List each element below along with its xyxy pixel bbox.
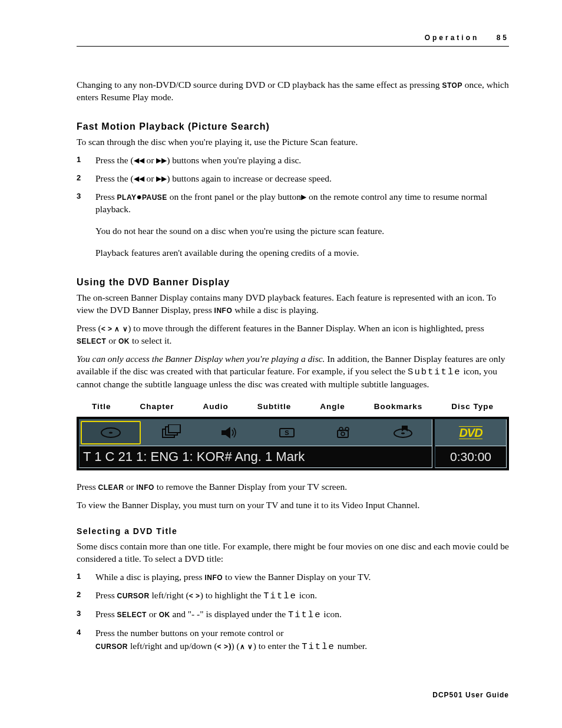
svg-text:S: S (285, 429, 289, 436)
banner-display: S T 1 C 21 1: ENG 1: KOR# Ang. 1 Mark DV… (77, 417, 509, 470)
step-num: 2 (77, 589, 95, 602)
intro-para: Changing to any non-DVD/CD source during… (77, 79, 509, 104)
selecting-step-3: Press SELECT or OK and "- -" is displaye… (95, 608, 509, 621)
banner-time: 0:30:00 (435, 446, 506, 467)
svg-point-12 (341, 432, 345, 436)
footer-guide: DCP501 User Guide (432, 690, 509, 700)
banner-after-2: To view the Banner Display, you must tur… (77, 499, 509, 512)
selecting-step-2: Press CURSOR left/right (< >) to highlig… (95, 589, 509, 602)
step-num: 3 (77, 191, 95, 259)
svg-point-14 (401, 433, 405, 434)
fast-lead: To scan through the disc when you're pla… (77, 136, 509, 149)
svg-rect-4 (168, 424, 180, 433)
fast-step-2: Press the (◀◀ or ▶▶) buttons again to in… (95, 173, 509, 185)
svg-marker-6 (226, 427, 230, 439)
fast-heading: Fast Motion Playback (Picture Search) (77, 120, 509, 133)
audio-icon (200, 422, 258, 443)
chapter-icon (142, 422, 200, 443)
banner-column-labels: Title Chapter Audio Subtitle Angle Bookm… (92, 401, 494, 412)
header-rule (77, 46, 509, 47)
page-header: Operation 85 (425, 33, 509, 42)
step-num: 1 (77, 154, 95, 167)
banner-p3: You can only access the Banner Display w… (77, 353, 509, 391)
disc-type-icon: DVD (435, 420, 506, 446)
svg-rect-9 (338, 430, 348, 437)
step-num: 4 (77, 627, 95, 654)
svg-point-1 (109, 432, 113, 434)
title-icon (81, 421, 141, 444)
selecting-step-4: Press the number buttons on your remote … (95, 627, 509, 654)
bookmarks-icon (374, 422, 432, 443)
selecting-lead: Some discs contain more than one title. … (77, 541, 509, 565)
fast-step-3: Press PLAY●PAUSE on the front panel or t… (95, 191, 509, 259)
banner-heading: Using the DVD Banner Display (77, 276, 509, 289)
banner-p1: The on-screen Banner Display contains ma… (77, 292, 509, 317)
step-num: 2 (77, 173, 95, 185)
angle-icon (316, 422, 373, 443)
subtitle-icon: S (258, 422, 316, 443)
selecting-heading: Selecting a DVD Title (77, 526, 509, 537)
banner-text-row: T 1 C 21 1: ENG 1: KOR# Ang. 1 Mark (80, 446, 432, 467)
step-num: 1 (77, 571, 95, 584)
fast-step-1: Press the (◀◀ or ▶▶) buttons when you're… (95, 154, 509, 167)
selecting-step-1: While a disc is playing, press INFO to v… (95, 571, 509, 584)
banner-p2: Press (< > ∧ ∨) to move through the diff… (77, 322, 509, 347)
banner-after-1: Press CLEAR or INFO to remove the Banner… (77, 481, 509, 493)
step-num: 3 (77, 608, 95, 621)
svg-rect-5 (222, 430, 226, 435)
